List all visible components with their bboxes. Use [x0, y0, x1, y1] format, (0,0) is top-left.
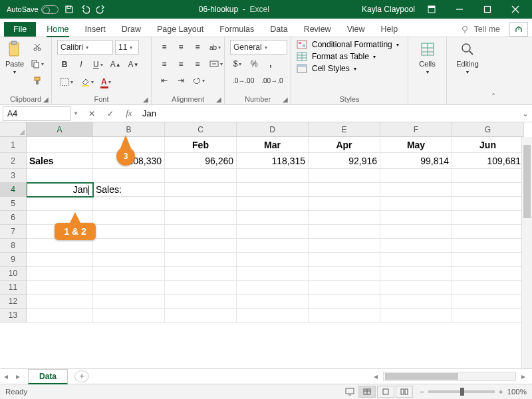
cell[interactable]	[237, 211, 309, 225]
cell[interactable]	[452, 225, 524, 239]
cell[interactable]	[237, 295, 309, 309]
align-center-button[interactable]: ≡	[174, 57, 188, 71]
share-button[interactable]	[509, 22, 528, 37]
cut-button[interactable]	[28, 40, 47, 55]
tab-draw[interactable]: Draw	[114, 22, 149, 37]
cell[interactable]	[380, 169, 452, 183]
cell[interactable]	[452, 295, 524, 309]
cell[interactable]	[380, 295, 452, 309]
font-color-button[interactable]: A	[98, 74, 114, 89]
cell[interactable]: 99,814	[380, 153, 452, 169]
minimize-icon[interactable]	[448, 0, 471, 19]
cell[interactable]	[309, 281, 380, 295]
new-sheet-button[interactable]: +	[74, 370, 89, 382]
cell[interactable]	[27, 239, 93, 253]
name-box[interactable]: A4	[3, 106, 70, 121]
cell[interactable]	[309, 211, 380, 225]
cell[interactable]	[93, 267, 165, 281]
cell[interactable]	[165, 267, 237, 281]
cell[interactable]	[93, 309, 165, 323]
tab-data[interactable]: Data	[262, 22, 295, 37]
shrink-font-button[interactable]: A▼	[126, 57, 142, 72]
merge-center-button[interactable]	[207, 57, 225, 71]
cell[interactable]	[93, 225, 165, 239]
cell[interactable]	[27, 295, 93, 309]
cell[interactable]	[452, 183, 524, 197]
cell[interactable]	[165, 309, 237, 323]
vertical-scrollbar[interactable]	[521, 137, 532, 368]
cell[interactable]	[309, 239, 380, 253]
hscroll-right-icon[interactable]: ▸	[517, 372, 529, 381]
wrap-text-button[interactable]: ab	[207, 40, 223, 55]
accounting-format-button[interactable]: $	[230, 57, 245, 71]
cell[interactable]	[380, 253, 452, 267]
cell[interactable]: Mar	[237, 137, 309, 153]
cell[interactable]	[309, 225, 380, 239]
conditional-formatting-button[interactable]: Conditional Formatting▾	[297, 40, 399, 49]
cell[interactable]: Sales:	[93, 183, 165, 197]
dialog-launcher-icon[interactable]: ◢	[143, 96, 148, 103]
cell[interactable]	[452, 253, 524, 267]
cell[interactable]	[237, 281, 309, 295]
cell[interactable]: Jun	[452, 137, 524, 153]
view-page-break-button[interactable]	[396, 386, 413, 398]
cell[interactable]	[452, 169, 524, 183]
cell[interactable]	[380, 225, 452, 239]
row-header-3[interactable]: 3	[0, 169, 27, 183]
cell[interactable]: 118,315	[237, 153, 309, 169]
cell[interactable]	[452, 309, 524, 323]
collapse-ribbon-icon[interactable]: ˄	[488, 37, 499, 104]
orientation-button[interactable]: ⭯	[190, 73, 207, 88]
cancel-entry-button[interactable]: ✕	[82, 106, 101, 121]
cells-dropdown[interactable]: Cells▾	[414, 40, 441, 75]
comma-format-button[interactable]: ,	[263, 57, 278, 71]
cell[interactable]: 109,681	[452, 153, 524, 169]
cell[interactable]	[165, 281, 237, 295]
grow-font-button[interactable]: A▲	[108, 57, 124, 72]
cell[interactable]	[452, 197, 524, 211]
cell[interactable]	[93, 211, 165, 225]
align-right-button[interactable]: ≡	[190, 57, 205, 71]
cell[interactable]	[27, 169, 93, 183]
cell[interactable]	[309, 295, 380, 309]
cell[interactable]	[27, 197, 93, 211]
tab-formulas[interactable]: Formulas	[211, 22, 262, 37]
zoom-control[interactable]: − + 100%	[420, 388, 527, 396]
cell[interactable]	[309, 253, 380, 267]
borders-button[interactable]	[57, 74, 76, 89]
sheet-nav-prev-icon[interactable]: ◂	[0, 372, 12, 381]
cell[interactable]	[380, 183, 452, 197]
row-header-9[interactable]: 9	[0, 253, 27, 267]
cell[interactable]	[93, 239, 165, 253]
cell[interactable]	[237, 267, 309, 281]
cell[interactable]	[165, 211, 237, 225]
cell[interactable]	[165, 295, 237, 309]
tab-file[interactable]: File	[4, 22, 36, 37]
row-header-10[interactable]: 10	[0, 267, 27, 281]
cell[interactable]	[237, 197, 309, 211]
cell[interactable]	[452, 281, 524, 295]
bold-button[interactable]: B	[57, 57, 72, 72]
row-header-8[interactable]: 8	[0, 239, 27, 253]
cell[interactable]	[27, 137, 93, 153]
col-header-G[interactable]: G	[452, 122, 524, 137]
zoom-slider[interactable]	[428, 390, 495, 393]
cell[interactable]	[380, 281, 452, 295]
sheet-tab-data[interactable]: Data	[28, 369, 68, 384]
horizontal-scrollbar[interactable]	[383, 372, 516, 381]
cell[interactable]	[165, 169, 237, 183]
cell[interactable]	[380, 239, 452, 253]
cell[interactable]	[93, 197, 165, 211]
tab-home[interactable]: Home	[39, 22, 76, 37]
row-header-4[interactable]: 4	[0, 183, 27, 197]
tab-view[interactable]: View	[339, 22, 373, 37]
ribbon-options-icon[interactable]	[420, 0, 443, 19]
increase-decimal-button[interactable]: .0→.00	[230, 73, 257, 88]
undo-icon[interactable]	[80, 4, 90, 15]
cell-styles-button[interactable]: Cell Styles▾	[297, 64, 399, 73]
cell[interactable]	[93, 253, 165, 267]
cell[interactable]	[165, 253, 237, 267]
row-header-12[interactable]: 12	[0, 295, 27, 309]
underline-button[interactable]: U	[90, 57, 106, 72]
row-header-13[interactable]: 13	[0, 309, 27, 323]
